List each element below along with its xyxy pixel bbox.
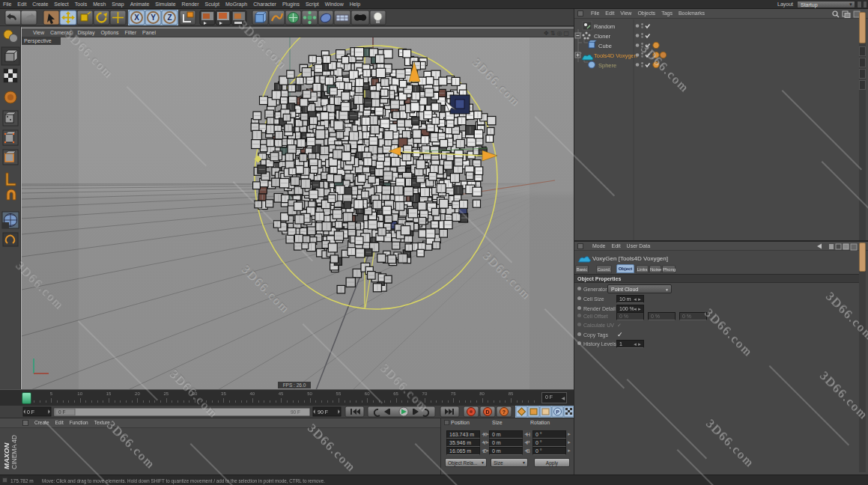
svg-text:Cube: Cube [598, 43, 612, 49]
svg-text:P: P [556, 409, 559, 415]
svg-text:0 F: 0 F [58, 409, 65, 415]
svg-text:90 F: 90 F [318, 409, 328, 415]
svg-text:Z: Z [167, 13, 172, 22]
svg-text:Random: Random [594, 23, 615, 30]
svg-text:Y: Y [151, 13, 156, 22]
svg-text:Tools4D Voxygen: Tools4D Voxygen [594, 52, 637, 59]
svg-text:0 F: 0 F [27, 409, 34, 415]
svg-text:Sphere: Sphere [598, 62, 616, 69]
svg-text:X: X [134, 13, 139, 22]
svg-text:90 F: 90 F [291, 409, 300, 415]
svg-text:D: D [485, 409, 489, 415]
svg-text:Cloner: Cloner [594, 33, 611, 40]
svg-text:?: ? [503, 409, 506, 415]
